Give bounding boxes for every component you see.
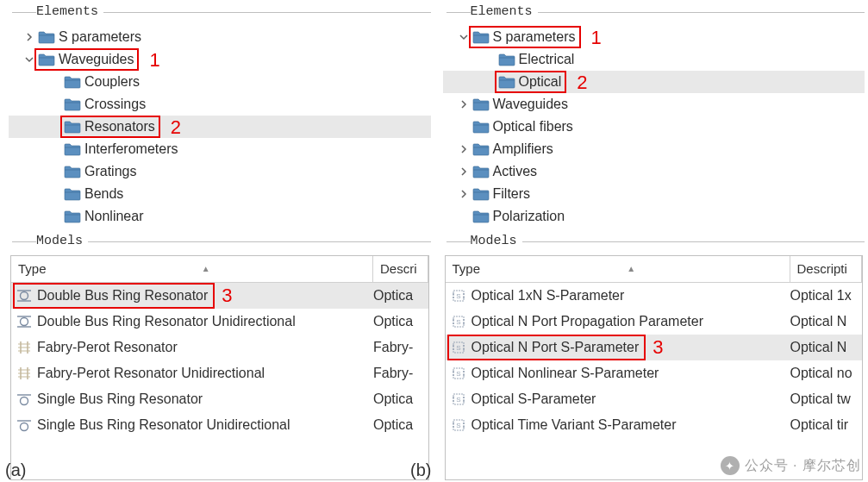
- tree-item[interactable]: Optical fibers: [443, 116, 865, 138]
- elements-tree[interactable]: S parameters Waveguides Couplers Crossin…: [3, 21, 431, 233]
- svg-point-29: [463, 319, 465, 321]
- table-row[interactable]: S Optical 1xN S-ParameterOptical 1x: [446, 283, 863, 309]
- folder-icon: [472, 209, 491, 224]
- column-type[interactable]: Type ▲: [446, 256, 790, 282]
- expander-closed-icon[interactable]: [457, 142, 471, 156]
- expander-placeholder: [48, 97, 62, 111]
- expander-closed-icon[interactable]: [457, 97, 471, 111]
- tree-item[interactable]: Nonlinear: [9, 205, 431, 228]
- expander-placeholder: [48, 165, 62, 178]
- svg-point-53: [463, 423, 465, 424]
- tree-item-label: S parameters: [57, 26, 141, 48]
- tree-item[interactable]: Couplers: [9, 71, 431, 93]
- expander-closed-icon[interactable]: [457, 187, 471, 201]
- row-type-label: Single Bus Ring Resonator Unidirectional: [37, 412, 290, 438]
- tree-item-label: Gratings: [83, 160, 136, 183]
- expander-placeholder: [457, 120, 471, 134]
- tree-item[interactable]: Crossings: [9, 93, 431, 116]
- row-desc-label: Optical N: [790, 309, 863, 335]
- row-type-label: Optical Time Variant S-Parameter: [471, 412, 677, 438]
- models-section: Type ▲ Descripti S Optical 1xN S-Paramet…: [438, 252, 865, 482]
- svg-point-27: [453, 319, 454, 321]
- tree-item-label: Bends: [83, 183, 123, 205]
- expander-open-icon[interactable]: [22, 53, 36, 66]
- tree-item-label: Waveguides: [491, 93, 568, 116]
- svg-point-52: [453, 426, 454, 428]
- row-desc-label: Optica: [373, 309, 428, 335]
- table-row[interactable]: Fabry-Perot ResonatorFabry-: [11, 335, 428, 360]
- tree-item[interactable]: Optical: [443, 71, 865, 93]
- svg-point-41: [463, 371, 465, 372]
- sparam-icon: S: [449, 338, 468, 357]
- folder-icon: [64, 141, 83, 157]
- models-table-header: Type ▲ Descri: [11, 256, 428, 283]
- table-row[interactable]: S Optical N Port Propagation ParameterOp…: [446, 309, 863, 335]
- svg-point-19: [21, 423, 28, 431]
- svg-point-42: [463, 374, 465, 376]
- tree-item[interactable]: Actives: [443, 160, 865, 183]
- tree-item[interactable]: S parameters: [443, 26, 865, 48]
- models-table-body[interactable]: S Optical 1xN S-ParameterOptical 1x S Op…: [446, 283, 863, 479]
- table-row[interactable]: Fabry-Perot Resonator UnidirectionalFabr…: [11, 360, 428, 386]
- table-row[interactable]: S Optical Nonlinear S-ParameterOptical n…: [446, 360, 863, 386]
- tree-item-label: Couplers: [83, 71, 140, 93]
- tree-item[interactable]: Polarization: [443, 205, 865, 228]
- tree-item-label: Amplifiers: [491, 138, 553, 160]
- table-row[interactable]: Single Bus Ring Resonator Unidirectional…: [11, 412, 428, 438]
- expander-closed-icon[interactable]: [22, 30, 36, 44]
- svg-point-33: [453, 345, 454, 347]
- models-table-body[interactable]: Double Bus Ring ResonatorOptica Double B…: [11, 283, 428, 479]
- sort-indicator-icon: ▲: [202, 256, 210, 282]
- svg-point-47: [463, 397, 465, 398]
- column-description[interactable]: Descripti: [790, 256, 863, 282]
- svg-point-35: [463, 345, 465, 347]
- elements-section-header: Elements: [438, 3, 865, 21]
- tree-item-label: Crossings: [83, 93, 146, 116]
- tree-item-label: Filters: [491, 183, 531, 205]
- folder-icon: [64, 119, 83, 135]
- row-type-label: Optical N Port S-Parameter: [471, 335, 640, 360]
- tree-item[interactable]: Waveguides: [9, 48, 431, 71]
- elements-tree[interactable]: S parameters Electrical Optical Waveguid…: [438, 21, 865, 233]
- folder-icon: [498, 74, 517, 90]
- row-type-label: Single Bus Ring Resonator: [37, 386, 203, 412]
- tree-item[interactable]: Gratings: [9, 160, 431, 183]
- table-row[interactable]: Single Bus Ring ResonatorOptica: [11, 386, 428, 412]
- svg-point-45: [453, 397, 454, 398]
- expander-placeholder: [457, 210, 471, 223]
- tree-item[interactable]: Electrical: [443, 48, 865, 71]
- svg-text:S: S: [456, 422, 460, 429]
- tree-item-label: Resonators: [83, 116, 155, 138]
- tree-item[interactable]: Bends: [9, 183, 431, 205]
- svg-point-39: [453, 371, 454, 372]
- expander-open-icon[interactable]: [457, 30, 471, 44]
- expander-closed-icon[interactable]: [457, 165, 471, 178]
- folder-icon: [472, 119, 491, 135]
- tree-item-label: S parameters: [491, 26, 576, 48]
- tree-item[interactable]: Interferometers: [9, 138, 431, 160]
- table-row[interactable]: S Optical S-ParameterOptical tw: [446, 386, 863, 412]
- tree-item[interactable]: S parameters: [9, 26, 431, 48]
- svg-point-22: [453, 297, 454, 298]
- tree-item[interactable]: Filters: [443, 183, 865, 205]
- sparam-icon: S: [449, 312, 468, 331]
- row-desc-label: Fabry-: [373, 360, 428, 386]
- tree-item-label: Actives: [491, 160, 538, 183]
- svg-text:S: S: [456, 318, 460, 326]
- table-row[interactable]: S Optical Time Variant S-ParameterOptica…: [446, 412, 863, 438]
- svg-point-28: [453, 322, 454, 324]
- table-row[interactable]: Double Bus Ring Resonator Unidirectional…: [11, 309, 428, 335]
- fabry-icon: [15, 338, 34, 357]
- column-type[interactable]: Type ▲: [11, 256, 373, 282]
- column-description[interactable]: Descri: [373, 256, 428, 282]
- tree-item[interactable]: Waveguides: [443, 93, 865, 116]
- row-desc-label: Optical tw: [790, 386, 863, 412]
- table-row[interactable]: S Optical N Port S-ParameterOptical N: [446, 335, 863, 360]
- tree-item[interactable]: Resonators: [9, 116, 431, 138]
- tree-item[interactable]: Amplifiers: [443, 138, 865, 160]
- figure-label-a: (a): [5, 460, 26, 480]
- svg-point-40: [453, 374, 454, 376]
- models-table-header: Type ▲ Descripti: [446, 256, 863, 283]
- panel-b: Elements S parameters Electrical Optical…: [434, 0, 869, 482]
- table-row[interactable]: Double Bus Ring ResonatorOptica: [11, 283, 428, 309]
